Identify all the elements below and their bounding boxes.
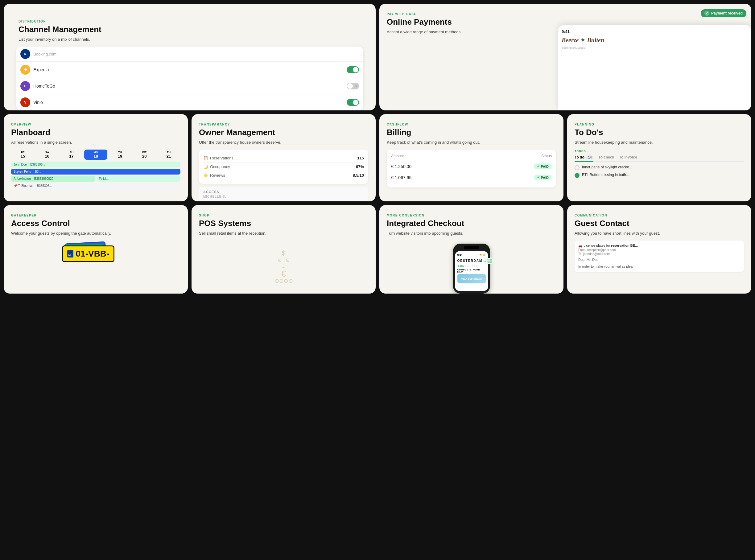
mountain-icon: ▲	[484, 260, 486, 262]
pos-preview: $ ⊙ ⊙ £ € ⊙⊙⊙⊙	[199, 241, 368, 284]
checkout-steps: ① Stay › ② › ③ › ④	[457, 265, 486, 267]
planboard-desc: All reservations in a single screen.	[11, 139, 180, 145]
day-tu: TU19	[108, 149, 132, 160]
guest-label: COMMUNICATION	[575, 214, 744, 217]
checkout-desc: Turn website visitors into upcoming gues…	[387, 231, 556, 237]
billing-label: CASHFLOW	[387, 123, 556, 126]
villa-label: VILLA OESTERDAM	[461, 278, 482, 280]
stat-occupancy: 🌙 Occupancy 67%	[203, 162, 364, 171]
stat-occupancy-label: 🌙 Occupancy	[203, 164, 230, 169]
reservations-icon: 📋	[203, 156, 208, 160]
billing-preview: Amount ↕ Status € 1.250,00 ✓ PAID € 1.06…	[387, 149, 556, 187]
expedia-toggle[interactable]	[347, 66, 359, 73]
todos-title: To Do's	[575, 128, 744, 137]
hometogo-logo: H	[20, 81, 30, 91]
access-control-card: GATEKEEPER Access Control Welcome your g…	[4, 205, 188, 294]
phone-screen: 9:41 ▪▪▪ 📶 🔋 OESTERDAM ▲ Need help? ① St…	[455, 251, 488, 291]
checkout-card: MORE CONVERSION Integrated Checkout Turn…	[379, 205, 563, 294]
owner-stats-preview: 📋 Reservations 115 🌙 Occupancy 67% ⭐ Rev…	[199, 149, 368, 184]
message-dear: Dear Mr. Doe,	[578, 258, 740, 262]
booking-name: Booking.com	[33, 52, 56, 56]
owner-title: Owner Management	[199, 128, 368, 137]
day-fr: FR15	[11, 149, 35, 160]
res-bar-2: Steven Perry – B3...	[11, 169, 180, 175]
checkout-title: Integrated Checkout	[387, 219, 556, 228]
day-sa: SA16	[36, 149, 59, 160]
day-we: WE20	[133, 149, 156, 160]
online-payments-card: PAY WITH EASE Online Payments Accept a w…	[379, 4, 751, 111]
pos-label: SHOP	[199, 214, 368, 217]
message-to: To: johndoe@mail.com	[578, 252, 740, 256]
tab-invoice[interactable]: To invoice	[619, 155, 637, 161]
checkout-phone-container: 9:41 ▪▪▪ 📶 🔋 OESTERDAM ▲ Need help? ① St…	[387, 241, 556, 294]
billing-row-2: € 1.067,65 ✓ PAID	[391, 172, 552, 183]
expedia-name: Expedia	[33, 67, 343, 72]
stat-reviews-value: 8,5/10	[353, 173, 364, 178]
stat-reviews-label: ⭐ Reviews	[203, 173, 225, 178]
todo-badge: 14	[586, 155, 593, 159]
phone-notch	[464, 246, 479, 249]
sort-icon: ↕	[405, 155, 406, 158]
checkout-phone: 9:41 ▪▪▪ 📶 🔋 OESTERDAM ▲ Need help? ① St…	[453, 244, 490, 294]
billing-amount-1: € 1.250,00	[391, 164, 534, 169]
tab-check[interactable]: To check	[598, 155, 614, 161]
billing-amount-2: € 1.067,65	[391, 175, 534, 180]
expedia-row: ✈ Expedia	[16, 62, 363, 78]
billing-desc: Keep track of what's coming in and what'…	[387, 139, 556, 145]
todos-label: PLANNING	[575, 123, 744, 126]
vinio-toggle[interactable]	[347, 99, 359, 106]
todo-item-2: BTL Button missing in bath...	[575, 173, 744, 178]
day-su: SU17	[60, 149, 83, 160]
pay-brand-name: Beerze ✦ Bulten	[562, 36, 604, 44]
step-3: ③	[471, 265, 473, 267]
pos-title: POS Systems	[199, 219, 368, 228]
pos-coins-icon: $ ⊙ ⊙ £ € ⊙⊙⊙⊙	[275, 250, 293, 284]
todo-checkbox-2[interactable]	[575, 173, 579, 178]
planboard-preview: FR15 SA16 SU17 MO18 TU19 WE20 TH21 John …	[11, 149, 180, 189]
billing-paid-1: ✓ PAID	[534, 163, 552, 169]
paid-check-2: ✓	[537, 176, 540, 179]
guest-desc: Allowing you to have short lines with yo…	[575, 231, 744, 237]
owner-desc: Offer the transparency house owners dese…	[199, 139, 368, 145]
license-plate-main: 🇪🇺NL 01-VBB-	[62, 245, 115, 262]
license-plates-stack: 🇪🇺NL ●●-●●●-● 🇪🇺NL ●●-●●●-● 🇪🇺NL 01-VBB-	[62, 242, 130, 276]
res-bar-5: 📌 T. Blueman – B385306...	[11, 183, 180, 189]
hometogo-name: HomeToGo	[33, 84, 343, 88]
todos-section-label: TODOS	[575, 149, 744, 153]
day-th: TH21	[157, 149, 180, 160]
checkout-time: 9:41	[457, 254, 463, 257]
message-prefix: License plates for	[583, 244, 611, 247]
tab-todo[interactable]: To do 14	[575, 155, 593, 162]
message-header: 🚗 License plates for reservation BE...	[578, 244, 740, 247]
step-1: ① Stay	[457, 265, 464, 267]
plate-text: 01-VBB-	[76, 249, 110, 259]
message-from: From: reception@park.com	[578, 248, 740, 252]
res-bar-1: John Doe – B385306...	[11, 162, 180, 167]
channel-desc: List your inventory on a mix of channels…	[19, 36, 361, 43]
guest-title: Guest Contact	[575, 219, 744, 228]
todo-item-1: Inner pane of skylight cracke...	[575, 165, 744, 170]
todo-text-1: Inner pane of skylight cracke...	[582, 165, 632, 169]
day-headers: FR15 SA16 SU17 MO18 TU19 WE20 TH21	[11, 149, 180, 160]
pos-desc: Sell small retail items at the reception…	[199, 231, 368, 237]
vinio-name: Vinio	[33, 100, 343, 105]
billing-title: Billing	[387, 128, 556, 137]
step-2: ②	[467, 265, 469, 267]
stat-reservations-value: 115	[357, 156, 364, 160]
stat-reservations-label: 📋 Reservations	[203, 156, 234, 160]
step-4: ④	[476, 265, 477, 267]
todo-checkbox-1[interactable]	[575, 165, 579, 170]
billing-card: CASHFLOW Billing Keep track of what's co…	[379, 114, 563, 201]
hometogo-toggle[interactable]	[347, 83, 359, 89]
day-mo[interactable]: MO18	[84, 149, 107, 160]
hometogo-row: H HomeToGo	[16, 78, 363, 94]
todo-text-2: BTL Button missing in bath...	[582, 173, 629, 177]
todos-desc: Streamline housekeeping and maintenance.	[575, 139, 744, 145]
stat-reservations: 📋 Reservations 115	[203, 154, 364, 162]
billing-status-header: Status	[541, 154, 552, 158]
todos-card: PLANNING To Do's Streamline housekeeping…	[567, 114, 751, 201]
occupancy-icon: 🌙	[203, 164, 208, 169]
planboard-label: OVERVIEW	[11, 123, 180, 126]
need-help-btn[interactable]: ▲ Need help?	[482, 258, 494, 264]
access-label: ACCESS	[203, 190, 364, 194]
